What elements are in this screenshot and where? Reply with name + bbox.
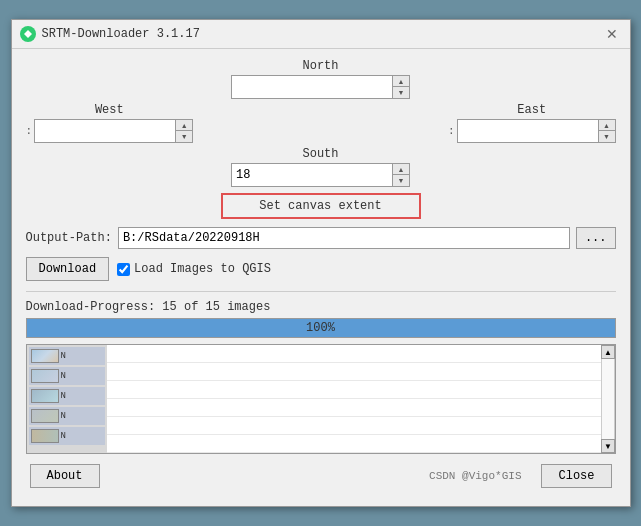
file-area: N N N N N xyxy=(26,344,616,454)
titlebar: SRTM-Downloader 3.1.17 ✕ xyxy=(12,20,630,49)
file-thumbnails: N N N N N xyxy=(27,345,107,453)
progress-bar-outer: 100% xyxy=(26,318,616,338)
thumb-image-3 xyxy=(31,389,59,403)
file-row xyxy=(107,399,601,417)
thumb-image-1 xyxy=(31,349,59,363)
bottom-right: CSDN @Vigo*GIS Close xyxy=(429,464,611,488)
progress-label: Download-Progress: 15 of 15 images xyxy=(26,300,616,314)
thumb-label-4: N xyxy=(61,411,66,421)
close-button[interactable]: Close xyxy=(541,464,611,488)
west-label: West xyxy=(95,103,124,117)
east-spin-buttons: ▲ ▼ xyxy=(598,120,615,142)
file-row xyxy=(107,381,601,399)
west-spin-down[interactable]: ▼ xyxy=(176,131,192,142)
south-group: South ▲ ▼ xyxy=(231,147,410,187)
thumb-label-3: N xyxy=(61,391,66,401)
browse-button[interactable]: ... xyxy=(576,227,616,249)
load-images-checkbox[interactable] xyxy=(117,263,130,276)
load-images-checkbox-wrap: Load Images to QGIS xyxy=(117,262,271,276)
south-row: South ▲ ▼ xyxy=(26,147,616,187)
south-spinbox: ▲ ▼ xyxy=(231,163,410,187)
scroll-down-button[interactable]: ▼ xyxy=(601,439,615,453)
progress-text: 100% xyxy=(27,321,615,335)
thumb-label-2: N xyxy=(61,371,66,381)
window-title: SRTM-Downloader 3.1.17 xyxy=(42,27,200,41)
load-images-label[interactable]: Load Images to QGIS xyxy=(134,262,271,276)
thumb-image-5 xyxy=(31,429,59,443)
file-list xyxy=(107,345,601,453)
canvas-btn-row: Set canvas extent xyxy=(26,193,616,219)
download-row: Download Load Images to QGIS xyxy=(26,257,616,281)
north-spin-up[interactable]: ▲ xyxy=(393,76,409,87)
app-icon xyxy=(20,26,36,42)
north-label: North xyxy=(302,59,338,73)
main-content: North ▲ ▼ West : xyxy=(12,49,630,506)
west-spin-buttons: ▲ ▼ xyxy=(175,120,192,142)
south-spin-buttons: ▲ ▼ xyxy=(392,164,409,186)
set-canvas-extent-button[interactable]: Set canvas extent xyxy=(221,193,421,219)
west-input[interactable] xyxy=(35,120,175,142)
north-input[interactable] xyxy=(232,76,392,98)
north-group: North ▲ ▼ xyxy=(231,59,410,99)
thumb-label-1: N xyxy=(61,351,66,361)
thumb-item: N xyxy=(29,387,105,405)
thumb-item: N xyxy=(29,367,105,385)
west-spin-up[interactable]: ▲ xyxy=(176,120,192,131)
north-spinbox: ▲ ▼ xyxy=(231,75,410,99)
east-input[interactable] xyxy=(458,120,598,142)
main-window: SRTM-Downloader 3.1.17 ✕ North ▲ ▼ West xyxy=(11,19,631,507)
south-label: South xyxy=(302,147,338,161)
output-row: Output-Path: ... xyxy=(26,227,616,249)
south-spin-up[interactable]: ▲ xyxy=(393,164,409,175)
west-input-wrap: : ▲ ▼ xyxy=(26,119,194,143)
west-spinbox: ▲ ▼ xyxy=(34,119,193,143)
south-input[interactable] xyxy=(232,164,392,186)
divider xyxy=(26,291,616,292)
file-row xyxy=(107,435,601,453)
file-row xyxy=(107,417,601,435)
scroll-up-button[interactable]: ▲ xyxy=(601,345,615,359)
west-group: West : ▲ ▼ xyxy=(26,103,194,143)
thumb-item: N xyxy=(29,427,105,445)
west-prefix: : xyxy=(26,125,33,137)
north-row: North ▲ ▼ xyxy=(26,59,616,99)
scrollbar: ▲ ▼ xyxy=(601,345,615,453)
file-row xyxy=(107,345,601,363)
thumb-item: N xyxy=(29,347,105,365)
north-spin-down[interactable]: ▼ xyxy=(393,87,409,98)
watermark-text: CSDN @Vigo*GIS xyxy=(429,470,521,482)
window-close-button[interactable]: ✕ xyxy=(602,26,622,42)
file-list-inner[interactable] xyxy=(107,345,601,453)
download-button[interactable]: Download xyxy=(26,257,110,281)
east-spinbox: ▲ ▼ xyxy=(457,119,616,143)
east-prefix: : xyxy=(448,125,455,137)
file-row xyxy=(107,363,601,381)
north-spin-buttons: ▲ ▼ xyxy=(392,76,409,98)
titlebar-left: SRTM-Downloader 3.1.17 xyxy=(20,26,200,42)
east-spin-up[interactable]: ▲ xyxy=(599,120,615,131)
output-path-input[interactable] xyxy=(118,227,570,249)
thumb-label-5: N xyxy=(61,431,66,441)
east-spin-down[interactable]: ▼ xyxy=(599,131,615,142)
output-label: Output-Path: xyxy=(26,231,112,245)
bottom-bar: About CSDN @Vigo*GIS Close xyxy=(26,464,616,496)
east-label: East xyxy=(517,103,546,117)
thumb-item: N xyxy=(29,407,105,425)
thumb-image-4 xyxy=(31,409,59,423)
east-input-wrap: : ▲ ▼ xyxy=(448,119,616,143)
scroll-track xyxy=(601,359,615,439)
about-button[interactable]: About xyxy=(30,464,100,488)
west-east-row: West : ▲ ▼ East : xyxy=(26,103,616,143)
thumb-image-2 xyxy=(31,369,59,383)
east-group: East : ▲ ▼ xyxy=(448,103,616,143)
south-spin-down[interactable]: ▼ xyxy=(393,175,409,186)
